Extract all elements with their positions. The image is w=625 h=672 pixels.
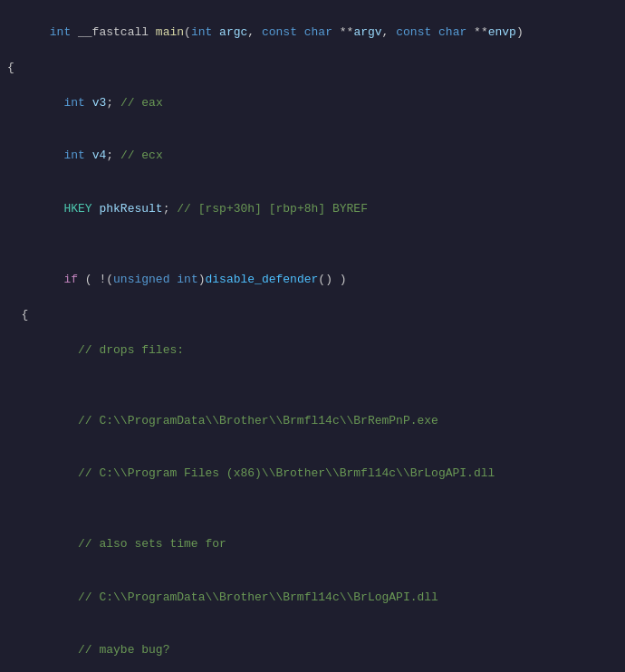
code-line-15: // C:\\ProgramData\\Brother\\Brmfl14c\\B… (0, 571, 625, 624)
code-line-11: // C:\\ProgramData\\Brother\\Brmfl14c\\B… (0, 394, 625, 447)
code-line-6 (0, 235, 625, 254)
fn-main: main (156, 25, 184, 39)
code-line-13 (0, 500, 625, 518)
code-line-10 (0, 377, 625, 395)
code-line-4: int v4; // ecx (0, 130, 625, 183)
code-line-2: { (0, 59, 625, 77)
code-line-16: // maybe bug? (0, 624, 625, 673)
code-line-9: // drops files: (0, 323, 625, 377)
code-line-12: // C:\\Program Files (x86)\\Brother\\Brm… (0, 447, 625, 501)
code-container: int __fastcall main(int argc, const char… (0, 0, 625, 672)
code-line-1: int __fastcall main(int argc, const char… (0, 5, 625, 59)
code-line-8: { (0, 306, 625, 324)
keyword-int: int (50, 25, 71, 39)
code-line-3: int v3; // eax (0, 76, 625, 130)
code-line-7: if ( !(unsigned int)disable_defender() ) (0, 253, 625, 306)
code-line-14: // also sets time for (0, 518, 625, 571)
code-line-5: HKEY phkResult; // [rsp+30h] [rbp+8h] BY… (0, 182, 625, 235)
